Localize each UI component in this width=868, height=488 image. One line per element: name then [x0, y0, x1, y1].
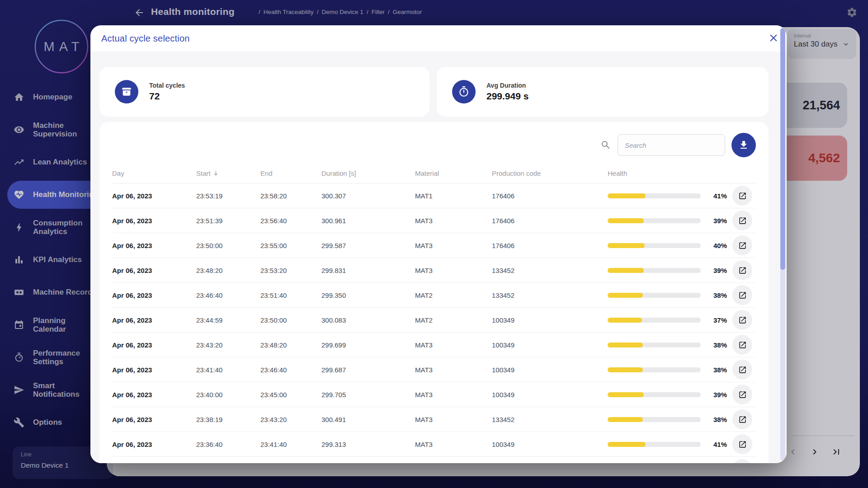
health-bar [608, 367, 701, 372]
open-cycle-button[interactable] [732, 434, 752, 454]
column-header-health[interactable]: Health [608, 169, 756, 177]
open-cycle-button[interactable] [732, 310, 752, 330]
cell-duration: 299.313 [321, 441, 415, 448]
open-cycle-button[interactable] [732, 335, 752, 355]
column-header-production-code[interactable]: Production code [492, 169, 608, 177]
cell-day: Apr 06, 2023 [112, 242, 196, 249]
sort-descending-icon [212, 170, 219, 177]
column-header-material[interactable]: Material [415, 169, 492, 177]
cell-start: 23:53:19 [196, 192, 260, 200]
cell-duration: 299.687 [321, 366, 415, 374]
column-header-day[interactable]: Day [112, 169, 196, 177]
cell-start: 23:38:19 [196, 416, 260, 423]
cell-material: MAT1 [415, 192, 492, 200]
cell-end: 23:51:40 [260, 291, 321, 299]
timer-icon [452, 80, 476, 103]
table-row[interactable]: Apr 06, 2023 23:34:59 23:40:00 300.140 M… [112, 457, 756, 463]
close-icon[interactable] [768, 32, 779, 44]
column-header-end[interactable]: End [260, 169, 321, 177]
stat-label: Total cycles [149, 82, 185, 89]
open-cycle-button[interactable] [732, 260, 752, 280]
search-input[interactable] [618, 134, 725, 156]
cell-material: MAT3 [415, 341, 492, 349]
cell-duration: 300.491 [321, 416, 415, 423]
cell-material: MAT2 [415, 291, 492, 299]
table-row[interactable]: Apr 06, 2023 23:44:59 23:50:00 300.083 M… [112, 308, 756, 333]
health-percentage: 38% [704, 291, 727, 299]
cell-production-code: 176406 [492, 217, 608, 225]
health-bar [608, 268, 701, 273]
cell-end: 23:41:40 [260, 441, 321, 448]
cell-day: Apr 06, 2023 [112, 341, 196, 349]
cell-health: 38% [608, 335, 756, 355]
cell-production-code: 100349 [492, 391, 608, 399]
health-bar [608, 193, 701, 198]
cell-production-code: 176406 [492, 192, 608, 200]
health-percentage: 41% [704, 441, 727, 448]
open-cycle-button[interactable] [732, 235, 752, 255]
cell-day: Apr 06, 2023 [112, 391, 196, 399]
cell-health: 38% [608, 360, 756, 380]
cell-start: 23:36:40 [196, 441, 260, 448]
open-cycle-button[interactable] [732, 385, 752, 404]
table-row[interactable]: Apr 06, 2023 23:40:00 23:45:00 299.705 M… [112, 382, 756, 407]
cell-start: 23:50:00 [196, 242, 260, 249]
cell-production-code: 100349 [492, 316, 608, 324]
health-percentage: 38% [704, 366, 727, 374]
health-bar [608, 293, 701, 298]
column-header-duration[interactable]: Duration [s] [321, 169, 415, 177]
modal-scrollbar-track[interactable] [780, 28, 785, 460]
modal-body: Total cycles 72 Avg Duration 299.949 s D… [90, 52, 787, 463]
table-body: Apr 06, 2023 23:53:19 23:58:20 300.307 M… [112, 183, 756, 463]
cell-end: 23:55:00 [260, 242, 321, 249]
cell-end: 23:45:00 [260, 391, 321, 399]
cycle-selection-modal: Actual cycle selection Total cycles 72 A… [90, 25, 787, 463]
table-row[interactable]: Apr 06, 2023 23:38:19 23:43:20 300.491 M… [112, 407, 756, 432]
open-cycle-button[interactable] [732, 285, 752, 305]
cycles-table-card: Day Start End Duration [s] Material Prod… [99, 122, 769, 463]
cell-material: MAT3 [415, 391, 492, 399]
cell-production-code: 133452 [492, 267, 608, 274]
open-cycle-button[interactable] [732, 186, 752, 206]
cell-end: 23:58:20 [260, 192, 321, 200]
health-bar [608, 442, 701, 447]
cell-production-code: 100349 [492, 341, 608, 349]
cell-health: 39% [608, 260, 756, 280]
open-cycle-button[interactable] [732, 211, 752, 230]
table-row[interactable]: Apr 06, 2023 23:43:20 23:48:20 299.699 M… [112, 333, 756, 357]
table-row[interactable]: Apr 06, 2023 23:51:39 23:56:40 300.961 M… [112, 208, 756, 233]
table-row[interactable]: Apr 06, 2023 23:41:40 23:46:40 299.687 M… [112, 357, 756, 382]
cell-material: MAT3 [415, 242, 492, 249]
health-percentage: 41% [704, 192, 727, 200]
cell-production-code: 133452 [492, 416, 608, 423]
cell-duration: 299.831 [321, 267, 415, 274]
table-row[interactable]: Apr 06, 2023 23:48:20 23:53:20 299.831 M… [112, 258, 756, 283]
stat-value: 72 [149, 91, 185, 102]
avg-duration-card: Avg Duration 299.949 s [437, 67, 769, 117]
cell-end: 23:53:20 [260, 267, 321, 274]
cell-material: MAT2 [415, 316, 492, 324]
table-row[interactable]: Apr 06, 2023 23:46:40 23:51:40 299.350 M… [112, 283, 756, 308]
table-row[interactable]: Apr 06, 2023 23:50:00 23:55:00 299.587 M… [112, 233, 756, 258]
column-header-start[interactable]: Start [196, 169, 260, 177]
open-cycle-button[interactable] [732, 409, 752, 429]
cell-day: Apr 06, 2023 [112, 366, 196, 374]
modal-scrollbar-thumb[interactable] [780, 28, 785, 270]
health-bar [608, 243, 701, 248]
cell-duration: 300.083 [321, 316, 415, 324]
cell-start: 23:46:40 [196, 291, 260, 299]
cell-production-code: 176406 [492, 242, 608, 249]
cell-day: Apr 06, 2023 [112, 192, 196, 200]
stat-value: 299.949 s [486, 91, 528, 102]
cell-day: Apr 06, 2023 [112, 441, 196, 448]
health-percentage: 39% [704, 391, 727, 399]
cell-end: 23:46:40 [260, 366, 321, 374]
open-cycle-button[interactable] [732, 459, 752, 463]
table-row[interactable]: Apr 06, 2023 23:36:40 23:41:40 299.313 M… [112, 432, 756, 457]
cell-health: 41% [608, 434, 756, 454]
open-cycle-button[interactable] [732, 360, 752, 380]
cell-end: 23:43:20 [260, 416, 321, 423]
table-row[interactable]: Apr 06, 2023 23:53:19 23:58:20 300.307 M… [112, 183, 756, 208]
download-button[interactable] [731, 133, 756, 157]
cell-production-code: 100349 [492, 366, 608, 374]
